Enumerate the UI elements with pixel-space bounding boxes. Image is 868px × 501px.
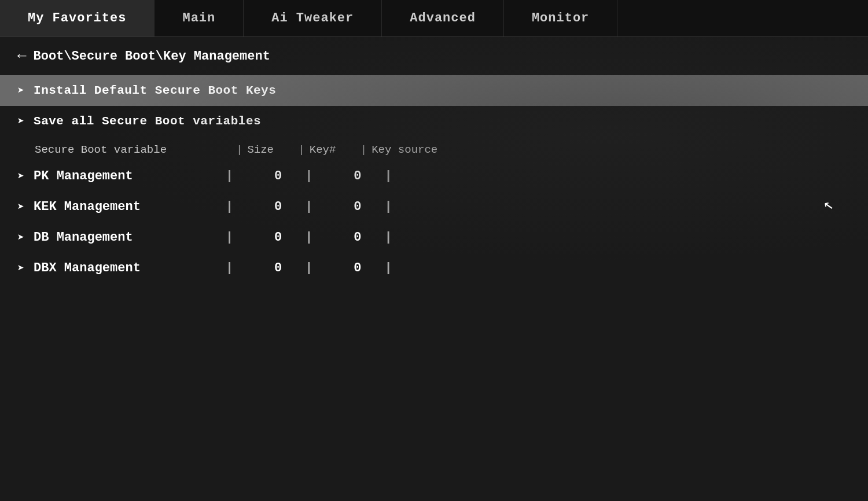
kek-sep3: | xyxy=(375,200,401,214)
pk-sep1: | xyxy=(216,169,242,183)
dbx-size-value: 0 xyxy=(252,261,286,275)
sep3: | xyxy=(356,143,372,156)
pk-arrow-icon: ➤ xyxy=(17,169,24,183)
db-keynum-value: 0 xyxy=(331,230,366,245)
dbx-sep2: | xyxy=(296,261,322,275)
db-sep2: | xyxy=(296,230,322,245)
kek-arrow-icon: ➤ xyxy=(17,200,24,214)
nav-item-monitor[interactable]: Monitor xyxy=(504,0,617,36)
pk-sep2: | xyxy=(296,169,322,183)
col-source-header: Key source xyxy=(372,143,487,156)
back-arrow[interactable]: ← xyxy=(17,47,27,65)
sep2: | xyxy=(293,143,309,156)
col-keynum-header: Key# xyxy=(310,143,356,156)
nav-item-my-favorites[interactable]: My Favorites xyxy=(0,0,155,36)
kek-keynum-value: 0 xyxy=(331,200,366,214)
pk-size-value: 0 xyxy=(252,169,286,183)
save-secure-boot-label: Save all Secure Boot variables xyxy=(34,115,261,128)
dbx-sep3: | xyxy=(375,261,401,275)
breadcrumb-path: Boot\Secure Boot\Key Management xyxy=(34,49,270,64)
nav-item-advanced[interactable]: Advanced xyxy=(382,0,504,36)
db-management-label: DB Management xyxy=(34,230,207,245)
nav-item-main[interactable]: Main xyxy=(155,0,244,36)
db-management-item[interactable]: ➤ DB Management | 0 | 0 | xyxy=(0,222,868,253)
top-nav: My Favorites Main Ai Tweaker Advanced Mo… xyxy=(0,0,868,37)
col-variable-header: Secure Boot variable xyxy=(35,143,231,156)
install-default-keys-label: Install Default Secure Boot Keys xyxy=(34,84,276,97)
save-secure-boot-item[interactable]: ➤ Save all Secure Boot variables xyxy=(0,106,868,137)
kek-sep1: | xyxy=(216,200,242,214)
content-area: ← Boot\Secure Boot\Key Management ➤ Inst… xyxy=(0,37,868,283)
pk-management-label: PK Management xyxy=(34,169,207,183)
pk-sep3: | xyxy=(375,169,401,183)
kek-management-item[interactable]: ➤ KEK Management | 0 | 0 | xyxy=(0,191,868,222)
pk-keynum-value: 0 xyxy=(331,169,366,183)
table-header: Secure Boot variable | Size | Key# | Key… xyxy=(0,137,868,161)
dbx-arrow-icon: ➤ xyxy=(17,261,24,275)
install-default-keys-item[interactable]: ➤ Install Default Secure Boot Keys xyxy=(0,75,868,106)
install-arrow-icon: ➤ xyxy=(17,83,24,98)
dbx-sep1: | xyxy=(216,261,242,275)
kek-management-label: KEK Management xyxy=(34,200,207,214)
dbx-management-label: DBX Management xyxy=(34,261,207,275)
save-arrow-icon: ➤ xyxy=(17,114,24,128)
pk-management-item[interactable]: ➤ PK Management | 0 | 0 | xyxy=(0,161,868,191)
sep1: | xyxy=(231,143,247,156)
db-sep3: | xyxy=(375,230,401,245)
dbx-keynum-value: 0 xyxy=(331,261,366,275)
col-size-header: Size xyxy=(247,143,293,156)
kek-sep2: | xyxy=(296,200,322,214)
breadcrumb: ← Boot\Secure Boot\Key Management xyxy=(0,37,868,75)
nav-item-ai-tweaker[interactable]: Ai Tweaker xyxy=(244,0,382,36)
dbx-management-item[interactable]: ➤ DBX Management | 0 | 0 | xyxy=(0,253,868,283)
kek-size-value: 0 xyxy=(252,200,286,214)
db-arrow-icon: ➤ xyxy=(17,230,24,245)
db-size-value: 0 xyxy=(252,230,286,245)
db-sep1: | xyxy=(216,230,242,245)
